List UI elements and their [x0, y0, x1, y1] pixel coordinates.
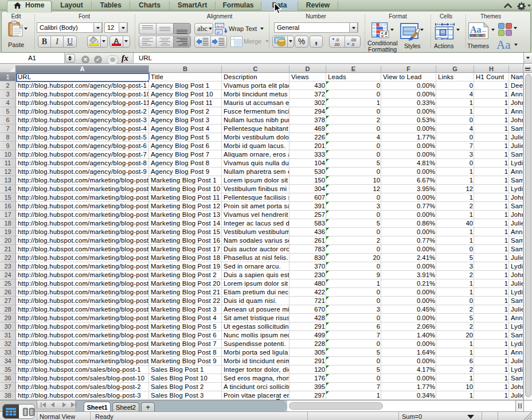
- svg-text:.00: .00: [334, 42, 339, 46]
- svg-text:.0: .0: [351, 42, 354, 46]
- svg-text:Aa: Aa: [470, 25, 482, 34]
